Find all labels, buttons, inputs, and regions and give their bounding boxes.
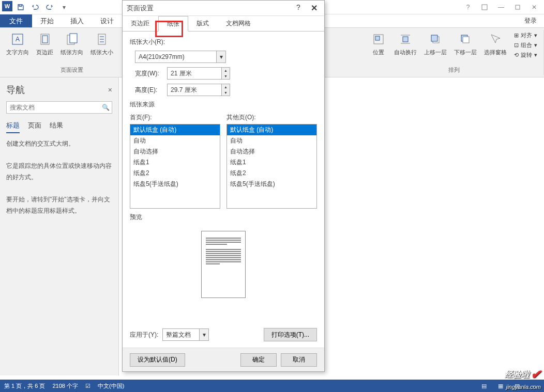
orientation-button[interactable]: 纸张方向 [57,30,86,57]
save-button[interactable] [14,1,27,13]
tab-home[interactable]: 开始 [32,14,62,27]
list-item[interactable]: 自动 [227,135,316,146]
text-direction-button[interactable]: A 文字方向 [3,30,32,57]
chevron-down-icon[interactable]: ▾ [216,51,225,62]
height-spinner[interactable]: 29.7 厘米 ▲▼ [167,84,230,96]
word-icon: W [2,1,12,11]
rotate-button[interactable]: ⟲ 旋转 ▾ [513,51,538,59]
svg-rect-0 [482,5,487,10]
first-page-listbox[interactable]: 默认纸盒 (自动) 自动 自动选择 纸盘1 纸盘2 纸盘5(手送纸盘) [130,124,220,209]
height-label: 高度(E): [135,86,163,95]
width-spinner[interactable]: 21 厘米 ▲▼ [167,67,230,80]
preview-label: 预览 [130,213,317,222]
word-count[interactable]: 2108 个字 [52,382,78,390]
read-mode-button[interactable]: ▤ [478,381,490,391]
navigation-pane: 导航 × 🔍 标题 页面 结果 创建文档的交互式大纲。 它是跟踪您的具体位置或快… [0,77,119,375]
selection-pane-button[interactable]: 选择窗格 [481,30,510,57]
spin-down[interactable]: ▼ [222,73,230,79]
nav-title: 导航 [6,84,25,96]
set-default-button[interactable]: 设为默认值(D) [130,353,185,367]
nav-body: 创建文档的交互式大纲。 它是跟踪您的具体位置或快速移动内容的好方式。 要开始，请… [6,138,112,216]
search-input[interactable] [7,102,99,113]
print-options-button[interactable]: 打印选项(T)... [264,328,317,341]
list-item[interactable]: 纸盘5(手送纸盘) [227,179,316,190]
position-button[interactable]: 位置 [367,30,390,57]
tab-insert[interactable]: 插入 [62,14,92,27]
login-link[interactable]: 登录 [517,14,544,27]
redo-button[interactable] [43,1,56,13]
check-icon: ✔ [531,367,541,382]
dialog-close-button[interactable]: ✕ [308,3,320,13]
group-icon: ⊡ [514,42,519,49]
list-item[interactable]: 纸盘2 [227,168,316,179]
svg-rect-5 [42,36,48,43]
quick-access-toolbar: W ▾ [2,1,70,13]
list-item[interactable]: 默认纸盒 (自动) [130,124,220,135]
cancel-button[interactable]: 取消 [281,353,317,367]
first-page-label: 首页(F): [130,113,220,122]
group-button[interactable]: ⊡ 组合 ▾ [513,41,538,50]
align-button[interactable]: ⊞ 对齐 ▾ [513,31,538,40]
paper-size-combo[interactable]: A4(210x297mm) ▾ [135,51,226,63]
size-button[interactable]: 纸张大小 [87,30,116,57]
list-item[interactable]: 纸盘5(手送纸盘) [130,179,220,190]
nav-tab-pages[interactable]: 页面 [28,119,41,133]
apply-to-combo[interactable]: 整篇文档 ▾ [162,328,209,341]
svg-text:A: A [16,36,20,43]
svg-rect-1 [516,5,520,9]
print-layout-button[interactable]: ▦ [494,381,507,391]
language-indicator[interactable]: 中文(中国) [98,382,124,390]
tab-design[interactable]: 设计 [92,14,122,27]
bring-forward-button[interactable]: 上移一层 [421,30,450,57]
wrap-text-button[interactable]: 自动换行 [391,30,420,57]
svg-rect-12 [375,36,380,40]
spin-down[interactable]: ▼ [222,90,230,96]
svg-rect-15 [431,35,437,41]
svg-rect-7 [70,34,77,43]
ok-button[interactable]: 确定 [240,353,277,367]
list-item[interactable]: 自动选择 [130,146,220,157]
dialog-titlebar[interactable]: 页面设置 ? ✕ [123,1,324,16]
chevron-down-icon[interactable]: ▾ [199,329,208,340]
list-item[interactable]: 自动 [130,135,220,146]
nav-close-button[interactable]: × [108,86,112,94]
list-item[interactable]: 纸盘1 [227,157,316,168]
tab-paper[interactable]: 纸张 [158,16,188,32]
close-button[interactable]: ✕ [526,1,542,13]
width-label: 宽度(W): [135,69,163,78]
window-controls: ? — ✕ [460,1,542,13]
source-label: 纸张来源 [130,100,317,109]
undo-button[interactable] [29,1,41,13]
spin-up[interactable]: ▲ [222,68,230,73]
maximize-button[interactable] [510,1,525,13]
tab-layout[interactable]: 版式 [188,16,218,31]
file-tab[interactable]: 文件 [0,14,32,27]
dialog-help-button[interactable]: ? [292,3,305,13]
svg-rect-13 [403,37,408,42]
page-setup-dialog: 页面设置 ? ✕ 页边距 纸张 版式 文档网格 纸张大小(R): A4(210x… [122,0,325,372]
qat-dropdown[interactable]: ▾ [58,1,70,13]
list-item[interactable]: 默认纸盒 (自动) [227,124,316,135]
page-indicator[interactable]: 第 1 页，共 6 页 [4,382,45,390]
minimize-button[interactable]: — [493,1,509,13]
ribbon-options-button[interactable] [477,1,492,13]
search-icon[interactable]: 🔍 [99,102,112,113]
proofing-icon[interactable]: ☑ [85,383,90,389]
list-item[interactable]: 自动选择 [227,146,316,157]
svg-rect-17 [463,37,469,43]
spin-up[interactable]: ▲ [222,84,230,90]
tab-margins[interactable]: 页边距 [123,16,158,31]
nav-tabs: 标题 页面 结果 [6,119,112,133]
apply-to-label: 应用于(Y): [130,331,158,339]
tab-doc-grid[interactable]: 文档网格 [218,16,260,31]
dialog-title: 页面设置 [127,4,154,13]
nav-tab-headings[interactable]: 标题 [6,119,20,133]
send-backward-button[interactable]: 下移一层 [451,30,480,57]
margins-button[interactable]: 页边距 [33,30,56,57]
align-icon: ⊞ [514,32,519,39]
list-item[interactable]: 纸盘1 [130,157,220,168]
other-pages-listbox[interactable]: 默认纸盒 (自动) 自动 自动选择 纸盘1 纸盘2 纸盘5(手送纸盘) [226,124,317,209]
help-button[interactable]: ? [460,1,476,13]
nav-tab-results[interactable]: 结果 [50,119,63,133]
list-item[interactable]: 纸盘2 [130,168,220,179]
